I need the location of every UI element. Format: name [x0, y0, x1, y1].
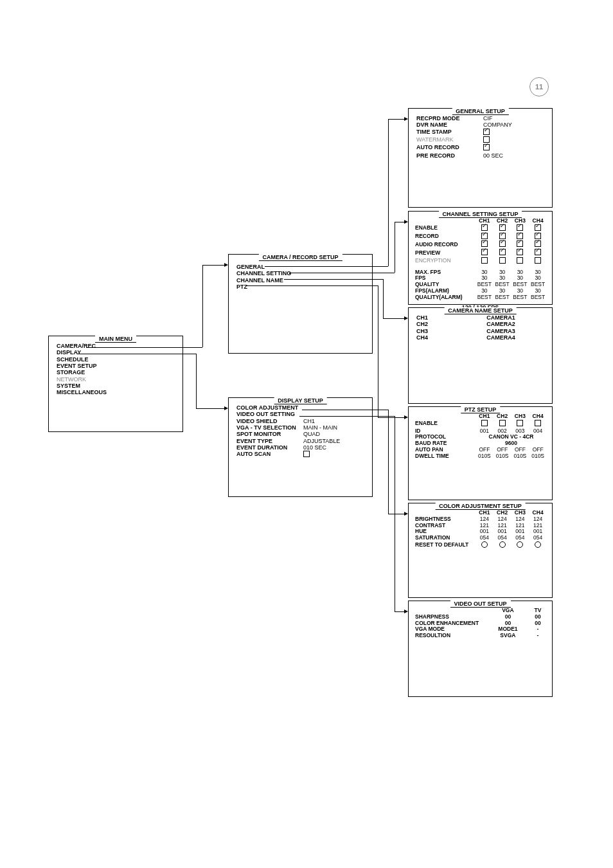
crs-item[interactable]: CHANNEL SETTING: [236, 270, 364, 276]
cell[interactable]: [493, 420, 511, 428]
cell[interactable]: [475, 257, 493, 266]
main-menu-item[interactable]: MISCELLANEOUS: [57, 389, 175, 395]
connector: [373, 416, 395, 417]
cns-value[interactable]: CAMERA1: [458, 314, 544, 321]
gs-label: RECPRD MODE: [416, 115, 481, 122]
main-menu-item[interactable]: CAMERA/REC: [57, 343, 175, 349]
cell[interactable]: 054: [511, 535, 529, 541]
connector: [395, 222, 404, 222]
connector-stub: [265, 266, 373, 267]
cell[interactable]: [529, 257, 547, 266]
row-label: PREVIEW: [414, 249, 475, 257]
ds-label[interactable]: VIDEO SHIELD: [236, 418, 301, 424]
cell[interactable]: 010S: [529, 453, 547, 460]
cell[interactable]: 010S: [475, 453, 493, 460]
connector: [388, 119, 404, 120]
panel-title: PTZ SETUP: [461, 406, 501, 413]
panel-display-setup: DISPLAY SETUP COLOR ADJUSTMENTVIDEO OUT …: [228, 397, 373, 497]
vo-value[interactable]: -: [529, 633, 547, 639]
row-label: ENCRYPTION: [414, 257, 475, 266]
ds-value: [303, 411, 364, 417]
cell[interactable]: [511, 257, 529, 266]
ds-label[interactable]: SPOT MONITOR: [236, 431, 301, 437]
crs-item[interactable]: GENERAL: [236, 264, 364, 270]
main-menu-item[interactable]: EVENT SETUP: [57, 363, 175, 369]
cell[interactable]: [493, 541, 511, 550]
cell[interactable]: 010S: [493, 453, 511, 460]
arrow-icon: [404, 610, 408, 613]
row-label: DWELL TIME: [414, 453, 475, 460]
gs-value[interactable]: 00 SEC: [483, 152, 544, 159]
connector: [395, 416, 395, 611]
cell[interactable]: 054: [529, 535, 547, 541]
gs-value[interactable]: [483, 136, 544, 144]
main-menu-items: CAMERA/RECDISPLAYSCHEDULEEVENT SETUPSTOR…: [49, 336, 182, 401]
panel-title: CAMERA / RECORD SETUP: [258, 254, 342, 261]
vo-value[interactable]: SVGA: [487, 633, 529, 639]
cell[interactable]: [511, 420, 529, 428]
ds-label[interactable]: COLOR ADJUSTMENT: [236, 404, 301, 411]
connector-stub: [289, 273, 373, 273]
cell[interactable]: 054: [475, 535, 493, 541]
ch-header: CH4: [529, 413, 547, 420]
cell[interactable]: BEST: [493, 294, 511, 301]
cell[interactable]: [475, 541, 493, 550]
cns-label: CH1: [416, 314, 455, 321]
crs-item[interactable]: CHANNEL NAME: [236, 277, 364, 284]
connector: [196, 354, 197, 408]
cell[interactable]: [475, 249, 493, 257]
connector: [388, 119, 389, 266]
main-menu-item[interactable]: SYSTEM: [57, 383, 175, 389]
main-menu-item[interactable]: SCHEDULE: [57, 356, 175, 363]
cell[interactable]: [475, 420, 493, 428]
cell[interactable]: [493, 249, 511, 257]
ds-label[interactable]: AUTO SCAN: [236, 451, 301, 458]
connector: [388, 410, 389, 514]
connector: [183, 354, 196, 354]
gs-value[interactable]: CIF: [483, 115, 544, 122]
cell[interactable]: [529, 541, 547, 550]
cell[interactable]: BEST: [511, 294, 529, 301]
ds-label[interactable]: VGA - TV SELECTION: [236, 424, 301, 431]
main-menu-item[interactable]: NETWORK: [57, 376, 175, 383]
gs-value[interactable]: [483, 144, 544, 152]
connector: [378, 417, 404, 418]
arrow-icon: [404, 220, 408, 224]
cns-label: CH4: [416, 334, 455, 341]
connector: [395, 611, 404, 612]
crs-item[interactable]: PTZ: [236, 284, 364, 290]
cell[interactable]: BEST: [475, 294, 493, 301]
ds-value: MAIN - MAIN: [303, 424, 364, 431]
ds-value: QUAD: [303, 431, 364, 437]
arrow-icon: [404, 415, 408, 419]
gs-label: PRE RECORD: [416, 152, 481, 159]
panel-title: COLOR ADJUSTMENT SETUP: [435, 503, 526, 510]
cell[interactable]: [529, 249, 547, 257]
cell[interactable]: [511, 249, 529, 257]
cns-value[interactable]: CAMERA3: [458, 328, 544, 334]
main-menu-item[interactable]: DISPLAY: [57, 349, 175, 356]
cns-value[interactable]: CAMERA4: [458, 334, 544, 341]
cell[interactable]: 010S: [511, 453, 529, 460]
gs-label: WATERMARK: [416, 136, 481, 144]
connector: [373, 410, 388, 410]
panel-main-menu: MAIN MENU CAMERA/RECDISPLAYSCHEDULEEVENT…: [48, 336, 183, 432]
ptz-rows: CH1CH2CH3CH4ENABLEID001002003004PROTOCOL…: [409, 407, 552, 462]
ds-value: CH1: [303, 418, 364, 424]
gs-value[interactable]: COMPANY: [483, 122, 544, 128]
cell[interactable]: BEST: [529, 294, 547, 301]
ds-label[interactable]: EVENT TYPE: [236, 438, 301, 444]
ds-label[interactable]: EVENT DURATION: [236, 444, 301, 451]
connector-stub: [86, 347, 183, 348]
cell[interactable]: 054: [493, 535, 511, 541]
cns-value[interactable]: CAMERA2: [458, 321, 544, 327]
ds-label[interactable]: VIDEO OUT SETTING: [236, 411, 301, 417]
main-menu-item[interactable]: STORAGE: [57, 369, 175, 375]
gs-value[interactable]: [483, 129, 544, 136]
gs-label: AUTO RECORD: [416, 144, 481, 152]
cell[interactable]: [493, 257, 511, 266]
connector: [183, 347, 202, 348]
cell[interactable]: [529, 420, 547, 428]
cell[interactable]: [511, 541, 529, 550]
arrow-icon: [404, 316, 408, 320]
